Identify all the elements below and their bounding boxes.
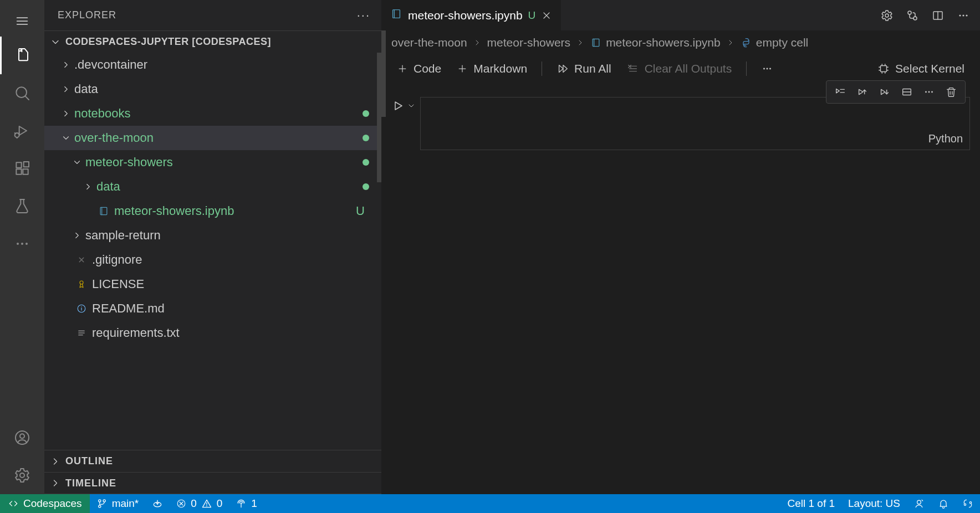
status-bar: Codespaces main* 0 0 1 Cell 1 of 1 Layou… bbox=[0, 494, 980, 513]
gitignore-file-icon bbox=[74, 255, 89, 265]
svg-marker-5 bbox=[19, 126, 27, 135]
folder-sample-return[interactable]: sample-return bbox=[44, 223, 381, 248]
folder-notebooks[interactable]: notebooks bbox=[44, 101, 381, 126]
file-gitignore[interactable]: .gitignore bbox=[44, 248, 381, 272]
split-cell-icon[interactable] bbox=[901, 86, 913, 98]
text-file-icon bbox=[74, 328, 89, 338]
git-modified-dot-icon bbox=[363, 110, 369, 117]
tab-meteor-showers[interactable]: meteor-showers.ipynb U bbox=[381, 0, 561, 30]
folder-devcontainer[interactable]: .devcontainer bbox=[44, 53, 381, 77]
tab-close-icon[interactable] bbox=[541, 10, 552, 21]
codespaces-status-icon[interactable] bbox=[956, 494, 980, 513]
svg-point-80 bbox=[98, 500, 100, 502]
breadcrumbs: over-the-moon meteor-showers meteor-show… bbox=[381, 30, 980, 55]
folder-meteor-showers-data[interactable]: data bbox=[44, 175, 381, 199]
ports-status[interactable]: 1 bbox=[229, 494, 264, 513]
breadcrumb-cell[interactable]: empty cell bbox=[741, 36, 809, 49]
keyboard-layout-status[interactable]: Layout: US bbox=[841, 494, 907, 513]
svg-point-89 bbox=[206, 505, 207, 506]
license-file-icon bbox=[74, 279, 89, 289]
outline-pane[interactable]: OUTLINE bbox=[44, 450, 381, 472]
run-by-line-icon[interactable] bbox=[834, 86, 846, 98]
svg-point-21 bbox=[80, 281, 83, 284]
notifications-icon[interactable] bbox=[931, 494, 956, 513]
menu-icon[interactable] bbox=[14, 6, 30, 37]
svg-rect-40 bbox=[593, 39, 599, 46]
breadcrumb-file[interactable]: meteor-showers.ipynb bbox=[590, 36, 721, 49]
folder-data-root[interactable]: data bbox=[44, 77, 381, 101]
more-activity-icon[interactable] bbox=[0, 225, 44, 263]
clear-outputs-button[interactable]: Clear All Outputs bbox=[621, 60, 738, 78]
extensions-activity-icon[interactable] bbox=[0, 150, 44, 187]
breadcrumb-folder2[interactable]: meteor-showers bbox=[487, 36, 571, 49]
svg-rect-56 bbox=[881, 66, 887, 72]
cell-language-picker[interactable]: Python bbox=[928, 132, 963, 145]
search-activity-icon[interactable] bbox=[0, 74, 44, 112]
git-untracked-badge: U bbox=[351, 204, 369, 218]
svg-point-93 bbox=[964, 504, 966, 505]
select-kernel-button[interactable]: Select Kernel bbox=[872, 60, 970, 78]
explorer-more-icon[interactable]: ··· bbox=[357, 8, 370, 23]
timeline-pane[interactable]: TIMELINE bbox=[44, 472, 381, 494]
git-modified-dot-icon bbox=[363, 159, 369, 166]
svg-point-37 bbox=[959, 14, 961, 16]
editor-area: meteor-showers.ipynb U over-the-moon met… bbox=[381, 0, 980, 494]
breadcrumb-sep-icon bbox=[576, 38, 585, 47]
svg-rect-28 bbox=[393, 10, 400, 18]
run-debug-activity-icon[interactable] bbox=[0, 112, 44, 150]
folder-over-the-moon[interactable]: over-the-moon bbox=[44, 126, 381, 150]
svg-point-33 bbox=[908, 11, 911, 14]
file-requirements[interactable]: requirements.txt bbox=[44, 321, 381, 345]
toolbar-more-icon[interactable] bbox=[756, 60, 779, 77]
add-markdown-button[interactable]: Markdown bbox=[451, 60, 533, 78]
cell-editor[interactable]: Python bbox=[420, 97, 970, 150]
breadcrumb-folder1[interactable]: over-the-moon bbox=[391, 36, 467, 49]
explorer-root-folder[interactable]: CODESPACES-JUPYTER [CODESPACES] bbox=[44, 30, 381, 53]
svg-rect-7 bbox=[16, 162, 21, 167]
feedback-icon[interactable] bbox=[907, 494, 931, 513]
problems-status[interactable]: 0 0 bbox=[170, 494, 229, 513]
svg-point-34 bbox=[913, 17, 917, 20]
remote-indicator[interactable]: Codespaces bbox=[0, 494, 90, 513]
svg-marker-68 bbox=[859, 89, 863, 94]
sync-status[interactable] bbox=[145, 494, 170, 513]
git-modified-dot-icon bbox=[363, 183, 369, 190]
add-code-button[interactable]: Code bbox=[391, 60, 447, 78]
run-all-button[interactable]: Run All bbox=[551, 60, 617, 78]
editor-more-icon[interactable] bbox=[957, 9, 970, 22]
tree-scrollbar[interactable] bbox=[377, 53, 381, 182]
remote-label: Codespaces bbox=[23, 497, 82, 510]
toolbar-divider bbox=[746, 61, 747, 76]
folder-meteor-showers[interactable]: meteor-showers bbox=[44, 150, 381, 175]
diff-icon[interactable] bbox=[906, 9, 919, 22]
execute-below-icon[interactable] bbox=[879, 86, 891, 98]
chevron-down-icon[interactable] bbox=[407, 101, 416, 110]
delete-cell-icon[interactable] bbox=[945, 86, 957, 98]
run-cell-button[interactable] bbox=[391, 97, 416, 112]
svg-point-15 bbox=[20, 434, 24, 438]
svg-marker-65 bbox=[836, 89, 840, 93]
explorer-activity-icon[interactable] bbox=[0, 37, 44, 74]
readme-file-icon bbox=[74, 304, 89, 314]
git-branch-status[interactable]: main* bbox=[90, 494, 146, 513]
settings-activity-icon[interactable] bbox=[0, 456, 44, 494]
file-readme[interactable]: README.md bbox=[44, 296, 381, 321]
svg-point-82 bbox=[103, 500, 105, 502]
testing-activity-icon[interactable] bbox=[0, 187, 44, 225]
file-meteor-showers-ipynb[interactable]: meteor-showers.ipynb U bbox=[44, 199, 381, 223]
cell-1: Python bbox=[391, 97, 970, 150]
accounts-activity-icon[interactable] bbox=[0, 419, 44, 456]
timeline-label: TIMELINE bbox=[65, 478, 116, 489]
svg-point-24 bbox=[81, 306, 82, 307]
execute-above-icon[interactable] bbox=[856, 86, 869, 98]
settings-gear-icon[interactable] bbox=[880, 9, 894, 22]
cell-position-status[interactable]: Cell 1 of 1 bbox=[780, 494, 841, 513]
svg-marker-46 bbox=[559, 65, 563, 73]
file-license[interactable]: LICENSE bbox=[44, 272, 381, 296]
split-editor-icon[interactable] bbox=[931, 9, 945, 22]
notebook-toolbar: Code Markdown Run All Clear All Outputs bbox=[381, 55, 980, 83]
notebook-file-icon bbox=[390, 8, 402, 23]
cell-more-icon[interactable] bbox=[923, 86, 935, 98]
svg-point-92 bbox=[917, 500, 921, 504]
svg-point-55 bbox=[769, 68, 771, 70]
